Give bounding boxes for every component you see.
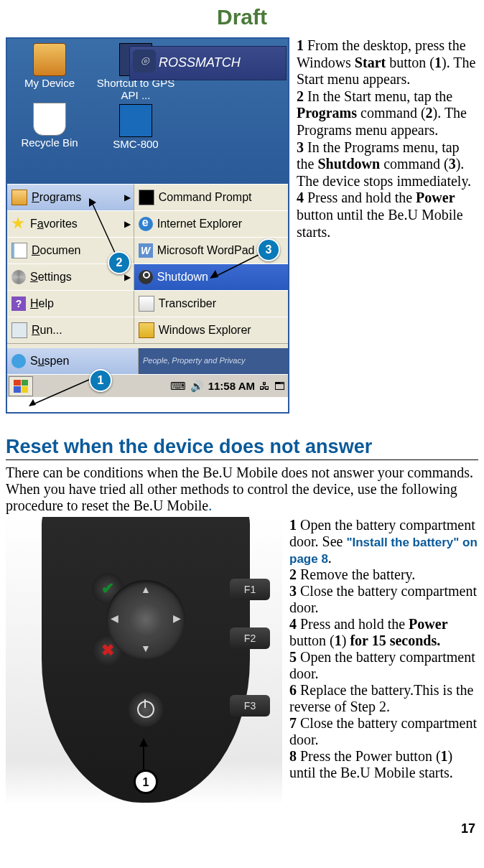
menu-cmd[interactable]: Command Prompt — [134, 184, 288, 210]
recycle-bin-icon — [33, 103, 66, 136]
menu-row-suspend[interactable]: Suspen People, Property and Privacy — [7, 348, 288, 374]
r-step8-num: 8 — [289, 748, 297, 764]
r-step1-num: 1 — [289, 517, 297, 533]
step4-num: 4 — [297, 190, 304, 205]
r-step8-ref: 1 — [441, 748, 448, 764]
svg-marker-1 — [29, 399, 36, 406]
cmd-label: Command Prompt — [159, 190, 288, 204]
settings-icon — [11, 270, 26, 284]
favorites-icon — [11, 217, 26, 231]
ie-icon — [139, 217, 153, 231]
callout-1: 1 — [89, 369, 112, 392]
nav-center-button — [128, 602, 164, 638]
svg-line-0 — [32, 379, 90, 405]
step4-text-a: Press and hold the — [304, 190, 416, 205]
svg-line-4 — [214, 254, 260, 277]
r-step6-text: Replace the battery.This is the reverse … — [289, 682, 473, 714]
r-step4-text-b: button ( — [289, 633, 335, 648]
suspend-icon — [11, 354, 26, 368]
f2-button: F2 — [230, 627, 270, 649]
r-step4-text-c: ) — [342, 633, 350, 648]
explorer-icon — [139, 322, 154, 338]
reset-instructions: 1 Open the battery compartment door. See… — [289, 517, 478, 804]
f1-button: F1 — [230, 579, 270, 600]
my-device-label: My Device — [10, 78, 89, 90]
r-step4-text-a: Press and hold the — [297, 616, 409, 632]
smc-label: SMC-800 — [89, 139, 182, 151]
chevron-right-icon: ▶ — [124, 272, 131, 282]
device-image: ✔ ✖ ▲ ▼ ◀ ▶ F1 F2 F3 1 — [6, 517, 282, 804]
brand-banner: People, Property and Privacy — [139, 348, 288, 374]
reset-intro-text: There can be conditions when the Be.U Mo… — [6, 465, 473, 513]
r-step2-num: 2 — [289, 566, 297, 582]
menu-ie[interactable]: Internet Explorer — [134, 210, 288, 237]
step3-ref: 3 — [449, 156, 456, 172]
shutdown-instructions: 1 From the desktop, press the Windows St… — [297, 37, 478, 414]
chevron-right-icon: ▶ — [124, 219, 131, 229]
r-step2-text: Remove the battery. — [297, 566, 415, 582]
windows-ce-screenshot: My Device Recycle Bin ⇑ Shortcut to GPS … — [6, 37, 289, 414]
power-button — [129, 692, 163, 727]
suspend-label: Suspen — [30, 354, 138, 368]
r-step4-bold: Power — [409, 616, 447, 632]
run-icon — [11, 322, 27, 338]
wordpad-icon: W — [139, 243, 153, 258]
r-step4-bold2: for 15 seconds. — [350, 633, 440, 648]
help-label: Help — [30, 297, 134, 310]
tray-volume-icon: 🔊 — [190, 380, 204, 393]
step2-text-b: command ( — [357, 105, 426, 121]
transcriber-label: Transcriber — [159, 297, 288, 310]
help-icon: ? — [11, 297, 26, 311]
r-step4-num: 4 — [289, 616, 297, 632]
menu-row-help[interactable]: ? Help Transcriber — [7, 290, 288, 317]
step1-bold: Start — [355, 55, 386, 70]
callout-line — [143, 744, 144, 771]
reset-intro: There can be conditions when the Be.U Mo… — [6, 465, 478, 514]
step1-ref: 1 — [434, 55, 442, 70]
menu-row-favorites[interactable]: Favorites ▶ Internet Explorer — [7, 210, 288, 237]
page-number: 17 — [6, 821, 475, 837]
logo-mark-icon: ⦾ — [133, 50, 156, 73]
power-icon — [137, 701, 154, 718]
desktop-area: My Device Recycle Bin ⇑ Shortcut to GPS … — [7, 39, 288, 184]
menu-explorer[interactable]: Windows Explorer — [134, 317, 288, 343]
crossmatch-logo: ⦾ ROSSMATCH — [129, 46, 287, 80]
step4-text-b: button until the Be.U Mobile starts. — [297, 207, 463, 240]
r-step7-num: 7 — [289, 715, 297, 731]
step2-ref: 2 — [426, 105, 433, 121]
r-step3-text: Close the battery compartment door. — [289, 583, 477, 615]
nav-down-icon: ▼ — [141, 643, 151, 655]
step3-bold: Shutdown — [317, 156, 380, 172]
section-shutdown: My Device Recycle Bin ⇑ Shortcut to GPS … — [6, 37, 478, 414]
ie-label: Internet Explorer — [157, 217, 288, 230]
chevron-right-icon: ▶ — [124, 192, 131, 202]
section-reset: ✔ ✖ ▲ ▼ ◀ ▶ F1 F2 F3 1 1 Open the batter… — [6, 517, 478, 804]
tray-clock: 11:58 AM — [208, 380, 255, 393]
step1-num: 1 — [297, 37, 304, 53]
callout-2-arrow — [86, 197, 118, 254]
windows-flag-icon — [14, 380, 28, 393]
documents-icon — [11, 243, 27, 258]
callout-3-arrow — [208, 251, 263, 283]
menu-transcriber[interactable]: Transcriber — [134, 290, 288, 317]
step2-num: 2 — [297, 88, 304, 104]
callout-1-arrow — [27, 375, 92, 411]
run-label: Run... — [32, 323, 134, 337]
step3-text-b: command ( — [380, 156, 449, 172]
reset-intro-period: . — [208, 498, 212, 513]
step3-num: 3 — [297, 139, 304, 155]
logo-text: ROSSMATCH — [159, 55, 241, 71]
tray-network-icon: 🖧 — [259, 380, 270, 393]
menu-row-run[interactable]: Run... Windows Explorer — [7, 317, 288, 343]
svg-line-2 — [92, 202, 115, 253]
r-step6-num: 6 — [289, 682, 297, 698]
r-step5-num: 5 — [289, 649, 297, 665]
transcriber-icon — [139, 296, 154, 312]
recycle-bin-label: Recycle Bin — [10, 137, 89, 149]
shutdown-icon — [139, 270, 153, 284]
menu-row-programs[interactable]: Programs ▶ Command Prompt — [7, 184, 288, 210]
tray-keyboard-icon: ⌨ — [170, 380, 186, 393]
settings-label: Settings — [30, 270, 124, 284]
callout-2: 2 — [108, 251, 131, 274]
programs-icon — [11, 190, 27, 205]
